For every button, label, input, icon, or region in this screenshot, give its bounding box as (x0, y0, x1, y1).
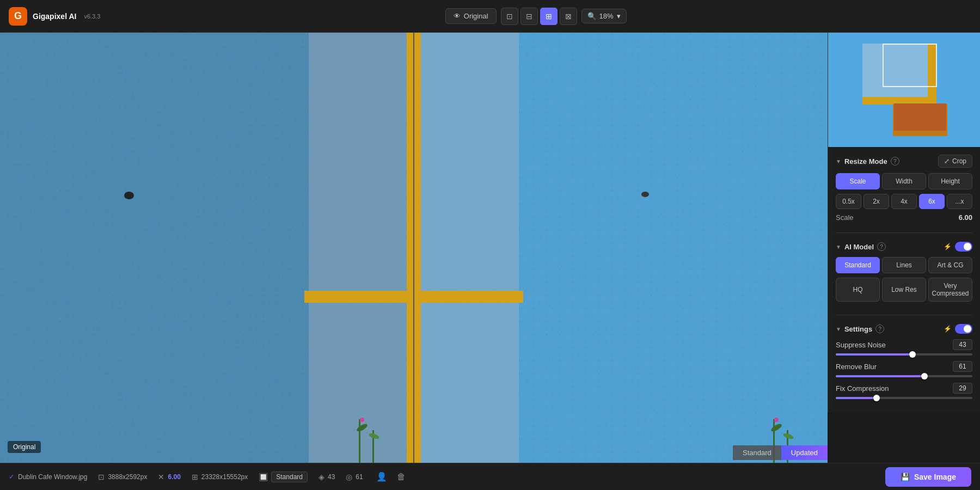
model-icon: 🔲 (259, 473, 268, 481)
image-area[interactable]: Original (0, 33, 828, 463)
ai-model-header: ▼ AI Model ? ⚡ (836, 242, 972, 252)
scale-custom-button[interactable]: ...x (947, 194, 972, 209)
scale-6x-button[interactable]: 6x (919, 194, 945, 209)
very-compressed-button[interactable]: Very Compressed (928, 278, 972, 302)
fix-compression-track[interactable] (836, 397, 972, 399)
eye-icon: 👁 (454, 12, 461, 20)
plant-flower-1 (360, 418, 364, 422)
save-image-button[interactable]: 💾 Save Image (885, 467, 971, 487)
divider-2 (836, 315, 972, 315)
app-version: v6.3.3 (84, 13, 100, 20)
settings-bolt-icon: ⚡ (944, 325, 952, 333)
suppress-noise-label-row: Suppress Noise 43 (836, 339, 972, 350)
zoom-level: 18% (599, 12, 614, 20)
lines-model-button[interactable]: Lines (882, 257, 926, 273)
status-standard: Standard (733, 445, 781, 460)
suppress-noise-section: Suppress Noise 43 (836, 339, 972, 356)
view-quad-button[interactable]: ⊠ (560, 8, 577, 25)
fix-compression-label-row: Fix Compression 29 (836, 383, 972, 394)
zoom-chevron-icon: ▾ (617, 12, 621, 20)
original-label-badge: Original (8, 441, 41, 453)
main-content: Original (0, 33, 980, 463)
fix-compression-thumb[interactable] (873, 395, 880, 401)
scale-2x-button[interactable]: 2x (863, 194, 889, 209)
zoom-icon: 🔍 (587, 12, 596, 20)
scale-value-row: Scale 6.00 (836, 213, 972, 222)
settings-section: ▼ Settings ? ⚡ Suppress Noise 43 (836, 324, 972, 405)
minimap-container (828, 33, 980, 147)
ai-model-title: AI Model (844, 243, 874, 251)
bolt-icon: ⚡ (944, 243, 952, 250)
bottom-model-value: Standard (271, 471, 308, 482)
resize-chevron-icon[interactable]: ▼ (836, 158, 841, 164)
fix-compression-label: Fix Compression (836, 384, 889, 393)
settings-toggle-group: ⚡ (944, 324, 972, 334)
low-res-button[interactable]: Low Res (882, 278, 926, 302)
crop-button[interactable]: ⤢ Crop (938, 155, 972, 168)
scale-icon: ✕ (158, 473, 164, 481)
model-item: 🔲 Standard (259, 471, 308, 482)
width-mode-button[interactable]: Width (882, 173, 926, 189)
settings-chevron-icon[interactable]: ▼ (836, 326, 841, 332)
fix-compression-section: Fix Compression 29 (836, 383, 972, 399)
check-icon: ✓ (9, 473, 15, 481)
noise-icon: ◈ (318, 473, 324, 481)
view-split-v-button[interactable]: ⊟ (520, 8, 538, 25)
bottom-scale-value: 6.00 (168, 473, 180, 481)
wall-spot-left (124, 192, 134, 199)
remove-blur-label-row: Remove Blur 61 (836, 361, 972, 372)
minimap-preview[interactable] (828, 33, 980, 147)
trash-icon-button[interactable]: 🗑 (395, 470, 408, 484)
original-button[interactable]: 👁 Original (445, 8, 497, 24)
suppress-noise-label: Suppress Noise (836, 341, 886, 349)
plant-leaf-2 (368, 432, 380, 440)
blur-icon: ◎ (346, 473, 352, 481)
ai-model-toggle[interactable] (955, 242, 972, 252)
ai-model-section: ▼ AI Model ? ⚡ Standard Lines Art & CG H… (836, 242, 972, 306)
profile-icon-button[interactable]: 👤 (374, 469, 389, 484)
bottom-actions: 👤 🗑 (374, 469, 408, 484)
app-logo-icon: G (9, 7, 27, 26)
resize-mode-title: Resize Mode (844, 157, 887, 166)
filename: Dublin Cafe Window.jpg (18, 473, 87, 481)
output-icon: ⊞ (192, 473, 198, 481)
settings-toggle[interactable] (955, 324, 972, 334)
scale-mode-button[interactable]: Scale (836, 173, 880, 189)
original-image (0, 33, 413, 463)
app-name: Gigapixel AI (33, 12, 76, 21)
output-res-item: ⊞ 23328x15552px (192, 473, 248, 481)
suppress-noise-thumb[interactable] (909, 351, 916, 358)
resize-mode-header: ▼ Resize Mode ? ⤢ Crop (836, 155, 972, 168)
scale-4x-button[interactable]: 4x (891, 194, 917, 209)
image-status-bar: Standard Updated (414, 442, 828, 463)
scale-0.5x-button[interactable]: 0.5x (836, 194, 861, 209)
ai-model-chevron-icon[interactable]: ▼ (836, 244, 841, 250)
ai-model-help-icon[interactable]: ? (877, 242, 886, 251)
processed-image-panel: Standard Updated (414, 33, 828, 463)
height-mode-button[interactable]: Height (928, 173, 972, 189)
resize-mode-buttons: Scale Width Height (836, 173, 972, 189)
view-split-h-button[interactable]: ⊞ (540, 8, 558, 25)
suppress-noise-track[interactable] (836, 353, 972, 356)
status-updated: Updated (781, 445, 828, 460)
settings-header: ▼ Settings ? ⚡ (836, 324, 972, 334)
plant-leaf-1 (356, 422, 369, 433)
settings-title: Settings (844, 325, 872, 333)
plant-leaf-r1 (770, 422, 783, 433)
logo-area: G Gigapixel AI v6.3.3 (9, 7, 100, 26)
fix-compression-fill (836, 397, 877, 399)
standard-model-button[interactable]: Standard (836, 257, 880, 273)
remove-blur-track[interactable] (836, 375, 972, 377)
hq-button[interactable]: HQ (836, 278, 880, 302)
resize-mode-help-icon[interactable]: ? (891, 157, 899, 166)
plants-left (348, 387, 402, 463)
art-cg-model-button[interactable]: Art & CG (928, 257, 972, 273)
view-single-button[interactable]: ⊡ (501, 8, 518, 25)
bottom-bar: ✓ Dublin Cafe Window.jpg ⊡ 3888x2592px ✕… (0, 463, 980, 490)
noise-item: ◈ 43 (318, 473, 335, 481)
remove-blur-thumb[interactable] (921, 373, 928, 379)
zoom-control[interactable]: 🔍 18% ▾ (581, 9, 627, 23)
settings-help-icon[interactable]: ? (875, 324, 884, 333)
scale-item: ✕ 6.00 (158, 473, 180, 481)
minimap-wall (828, 33, 980, 147)
